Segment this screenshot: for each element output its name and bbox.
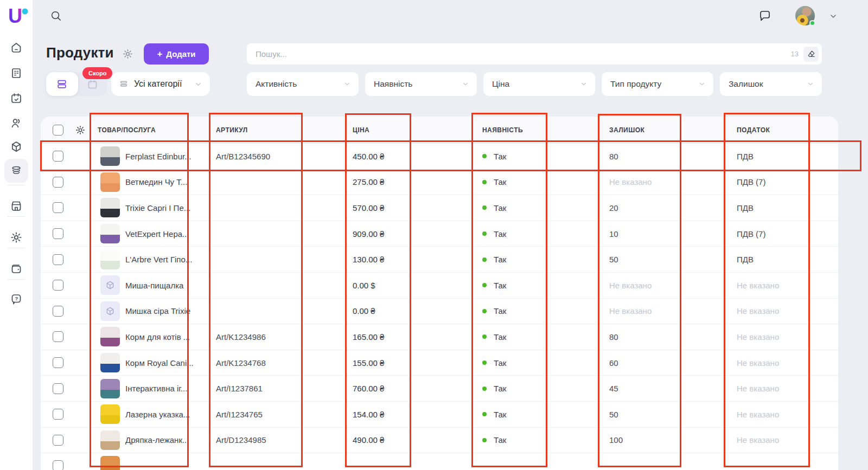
- availability-text: Так: [494, 281, 506, 290]
- row-checkbox[interactable]: [53, 357, 63, 368]
- sidebar-item-home[interactable]: [4, 36, 28, 60]
- avatar[interactable]: [795, 6, 815, 25]
- filter-3[interactable]: Ціна: [483, 72, 595, 96]
- table-row-8[interactable]: Корм для котів ...Art/K1234986165.00 ₴Та…: [41, 324, 838, 350]
- eraser-icon[interactable]: [803, 47, 819, 62]
- column-header-6[interactable]: ПОДАТОК: [732, 126, 838, 134]
- table-row-7[interactable]: Мишка сіра Trixie0.00 ₴ТакНе вказаноНе в…: [41, 299, 838, 325]
- storefront-icon: [10, 199, 23, 213]
- table-row-2[interactable]: Ветмедин Чу Т...275.00 ₴ТакНе вказаноПДВ…: [41, 170, 838, 196]
- row-checkbox[interactable]: [53, 409, 63, 420]
- product-availability: Так: [470, 152, 605, 161]
- profile-chevron-down-icon[interactable]: [829, 12, 838, 21]
- table-row-4[interactable]: VetExpert Hepa...909.00 ₴Так10ПДВ (7): [41, 221, 838, 247]
- row-checkbox[interactable]: [53, 177, 63, 188]
- row-checkbox[interactable]: [53, 460, 63, 470]
- table-row-1[interactable]: Ferplast Edinbur...Art/B12345690450.00 ₴…: [41, 144, 838, 170]
- product-availability: Так: [470, 384, 605, 393]
- product-price: 165.00 ₴: [353, 332, 470, 342]
- row-checkbox[interactable]: [53, 202, 63, 213]
- product-tax: Не вказано: [732, 332, 838, 342]
- table-row-13[interactable]: [41, 453, 838, 470]
- product-name: Ветмедин Чу Т...: [125, 177, 187, 186]
- sidebar-item-wallet[interactable]: [4, 257, 28, 281]
- product-image: [100, 198, 120, 217]
- add-product-button[interactable]: + Додати: [144, 43, 209, 65]
- product-article: Art/I1234765: [216, 410, 353, 419]
- row-checkbox[interactable]: [53, 254, 63, 265]
- search-bar: 13: [247, 43, 822, 65]
- product-image: [100, 327, 120, 346]
- row-checkbox[interactable]: [53, 306, 63, 317]
- chat-icon[interactable]: [758, 9, 771, 22]
- app-logo[interactable]: U: [5, 4, 29, 28]
- availability-dot: [482, 180, 487, 184]
- sidebar-item-services[interactable]: [4, 135, 28, 159]
- page-settings-gear-icon[interactable]: [122, 48, 133, 60]
- product-price: 154.00 ₴: [353, 410, 470, 419]
- sidebar-item-help[interactable]: ?: [4, 287, 28, 311]
- row-checkbox[interactable]: [53, 280, 63, 291]
- filter-2[interactable]: Наявність: [365, 72, 477, 96]
- plus-icon: +: [157, 49, 162, 60]
- search-icon[interactable]: [50, 10, 62, 22]
- sidebar-item-calendar[interactable]: [4, 86, 28, 110]
- availability-text: Так: [494, 410, 506, 419]
- product-stock: 50: [605, 255, 732, 264]
- categories-select[interactable]: Усі категорії: [111, 72, 210, 96]
- select-all-checkbox[interactable]: [53, 125, 63, 136]
- calendar-check-icon: [10, 92, 23, 105]
- table-row-5[interactable]: L'Arbre Vert Гіпо...130.00 ₴Так50ПДВ: [41, 247, 838, 273]
- search-input[interactable]: [256, 49, 791, 59]
- product-name: Корм для котів ...: [125, 332, 190, 342]
- table-row-10[interactable]: Інтерактивна іг...Art/I1237861760.00 ₴Та…: [41, 376, 838, 402]
- table-row-12[interactable]: Дряпка-лежанк...Art/D1234985490.00 ₴Так1…: [41, 428, 838, 454]
- table-row-11[interactable]: Лазерна указка...Art/I1234765154.00 ₴Так…: [41, 402, 838, 428]
- chevron-down-icon: [462, 80, 469, 88]
- chevron-down-icon: [580, 80, 588, 88]
- sidebar-item-clients[interactable]: [4, 111, 28, 135]
- row-checkbox[interactable]: [53, 331, 63, 342]
- product-article: Art/B12345690: [216, 152, 353, 161]
- product-name: VetExpert Hepa...: [125, 229, 189, 239]
- chevron-down-icon: [698, 80, 706, 88]
- table-row-3[interactable]: Trixie Capri І Пе...570.00 ₴Так20ПДВ: [41, 195, 838, 221]
- availability-dot: [482, 283, 487, 287]
- row-checkbox[interactable]: [53, 228, 63, 239]
- filter-1[interactable]: Активність: [247, 72, 359, 96]
- filter-label: Наявність: [374, 79, 462, 89]
- product-stock: 20: [605, 203, 732, 213]
- product-image: [100, 224, 120, 243]
- row-checkbox[interactable]: [53, 435, 63, 446]
- filter-label: Тип продукту: [610, 79, 698, 89]
- product-tax: Не вказано: [732, 358, 838, 368]
- table-row-9[interactable]: Корм Royal Cani...Art/K1234768155.00 ₴Та…: [41, 350, 838, 376]
- table-settings-gear-icon[interactable]: [75, 125, 86, 136]
- product-tax: ПДВ (7): [732, 229, 838, 239]
- product-price: 155.00 ₴: [353, 358, 470, 368]
- availability-dot: [482, 257, 487, 262]
- product-placeholder-cube-icon: [100, 275, 120, 295]
- table-row-6[interactable]: Миша-пищалка0.00 $ТакНе вказаноНе вказан…: [41, 273, 838, 299]
- sidebar-item-settings[interactable]: [4, 226, 28, 249]
- column-header-5[interactable]: ЗАЛИШОК: [605, 126, 732, 134]
- sidebar-item-products[interactable]: [4, 159, 28, 183]
- availability-text: Так: [494, 177, 506, 186]
- filter-5[interactable]: Залишок: [720, 72, 822, 96]
- column-header-2[interactable]: АРТИКУЛ: [216, 126, 353, 134]
- availability-text: Так: [494, 229, 506, 239]
- product-stock: 80: [605, 332, 732, 342]
- column-header-1[interactable]: ТОВАР/ПОСЛУГА: [98, 126, 216, 134]
- product-name: Лазерна указка...: [125, 410, 190, 419]
- product-availability: Так: [470, 255, 605, 264]
- row-checkbox[interactable]: [53, 383, 63, 394]
- column-header-3[interactable]: ЦІНА: [353, 126, 470, 134]
- sidebar-item-shop[interactable]: [4, 194, 28, 218]
- availability-text: Так: [494, 306, 506, 316]
- product-tax: Не вказано: [732, 410, 838, 419]
- sidebar-item-company[interactable]: [4, 61, 28, 85]
- view-toggle-list[interactable]: [46, 72, 78, 96]
- column-header-4[interactable]: НАЯВНІСТЬ: [470, 126, 605, 134]
- row-checkbox[interactable]: [53, 151, 63, 162]
- filter-4[interactable]: Тип продукту: [602, 72, 713, 96]
